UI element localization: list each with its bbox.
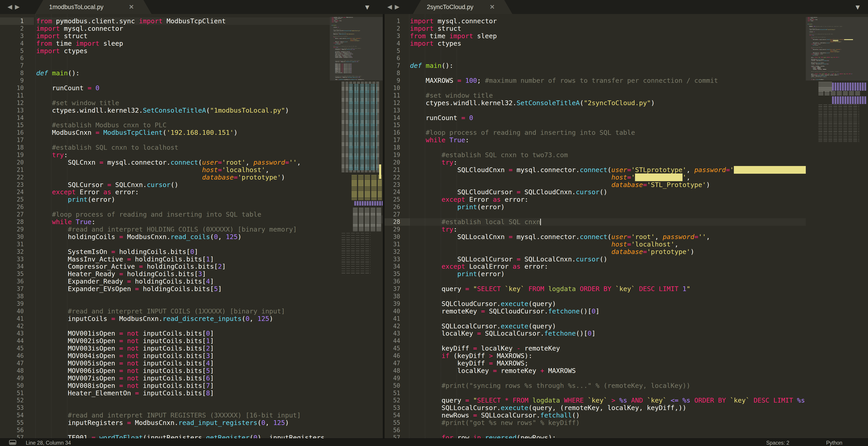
code-line — [410, 55, 806, 62]
line-number: 4 — [384, 40, 410, 47]
code-line: #set window title — [36, 99, 330, 107]
tab-2syncToCloud[interactable]: 2syncToCloud.py ✕ — [413, 0, 513, 14]
line-number: 42 — [384, 322, 410, 330]
status-cursor-position[interactable]: Line 28, Column 34 — [26, 440, 71, 446]
code-line: localKey = remoteKey + MAXROWS — [410, 367, 806, 375]
close-tab-icon[interactable]: ✕ — [129, 3, 134, 11]
line-number: 11 — [384, 92, 410, 99]
code-line: ctypes.windll.kernel32.SetConsoleTitleA(… — [410, 99, 806, 107]
code-line: localKey = SQLLocalCursor.fetchone()[0] — [410, 330, 806, 337]
line-number: 17 — [0, 136, 34, 144]
tab-title: 1modbusToLocal.py — [49, 4, 103, 11]
code-line: except Error as error: — [36, 188, 330, 196]
line-number: 39 — [384, 300, 410, 308]
line-number: 31 — [384, 241, 410, 248]
code-line: try: — [410, 226, 806, 233]
code-line: import mysql.connector — [36, 25, 330, 32]
minimap-overflow — [832, 96, 866, 104]
line-number: 21 — [0, 166, 34, 174]
code-line: SQLCloudCursor = SQLCloudCnxn.cursor() — [410, 188, 806, 196]
minimap-viewport[interactable] — [330, 17, 383, 81]
line-number: 32 — [384, 248, 410, 256]
code-line: SQLLocalCnxn = mysql.connector.connect(u… — [410, 233, 806, 241]
line-number: 20 — [0, 159, 34, 166]
line-number: 17 — [384, 136, 410, 144]
line-number: 21 — [384, 166, 410, 174]
line-number: 44 — [0, 337, 34, 345]
code-line: def main(): — [36, 69, 330, 77]
code-line — [410, 144, 806, 151]
line-number: 29 — [384, 226, 410, 233]
code-line: #establish local SQL cnxn — [410, 218, 806, 226]
status-indentation[interactable]: Spaces: 2 — [766, 440, 789, 446]
minimap-viewport[interactable] — [806, 17, 868, 81]
line-number: 30 — [384, 233, 410, 241]
line-number: 44 — [384, 337, 410, 345]
code-line: except Error as error: — [410, 196, 806, 203]
line-number: 41 — [0, 315, 34, 322]
code-line: SQLLocalCursor.execute(query) — [410, 322, 806, 330]
minimap[interactable]: from pymodbus.client.sync import ModbusT… — [330, 14, 383, 438]
line-number: 34 — [0, 263, 34, 270]
scrollbar-thumb[interactable] — [377, 215, 383, 223]
code-line: host='localhost', — [36, 166, 330, 174]
line-number: 7 — [0, 62, 34, 69]
code-line: Heater_Ready = holdingCoils.bits[3] — [36, 270, 330, 278]
line-number: 7 — [384, 62, 410, 69]
code-line: SQLLocalCursor = SQLLocalCnxn.cursor() — [410, 256, 806, 263]
line-number: 3 — [384, 32, 410, 40]
line-number: 52 — [0, 397, 34, 404]
line-number: 49 — [384, 375, 410, 382]
pane-2[interactable]: 1234567891011121314151617181920212223242… — [384, 14, 868, 438]
line-number: 52 — [384, 397, 410, 404]
code-line: #establish SQL cnxn to two73.com — [410, 151, 806, 159]
code-lines[interactable]: import mysql.connectorimport structfrom … — [410, 14, 806, 438]
close-tab-icon[interactable]: ✕ — [490, 3, 495, 11]
code-line: Heater_ElementOn = inputCoils.bits[8] — [36, 389, 330, 397]
panel-switcher-icon[interactable] — [9, 440, 16, 445]
pane-1[interactable]: 1234567891011121314151617181920212223242… — [0, 14, 383, 438]
code-line: holdingCoils = ModbusCnxn.read_coils(0, … — [36, 233, 330, 241]
line-number: 5 — [384, 47, 410, 55]
code-line — [36, 77, 330, 84]
code-line: Compressor_Active = holdingCoils.bits[2] — [36, 263, 330, 270]
code-line: ModbusCnxn = ModbusTcpClient('192.168.10… — [36, 129, 330, 136]
prev-tab-icon[interactable]: ◀ — [7, 3, 12, 10]
code-line: #read and interpret INPUT COILS (1XXXXX)… — [36, 308, 330, 315]
minimap-overflow — [818, 104, 859, 143]
line-number: 4 — [0, 40, 34, 47]
line-number: 26 — [0, 203, 34, 211]
code-line — [410, 389, 806, 397]
code-line: ctypes.windll.kernel32.SetConsoleTitleA(… — [36, 107, 330, 114]
pane-divider[interactable] — [383, 14, 384, 438]
code-line: MOV008isOpen = not inputCoils.bits[7] — [36, 382, 330, 389]
line-number: 18 — [0, 144, 34, 151]
line-number: 36 — [0, 278, 34, 285]
code-line: SQLCursor = SQLCnxn.cursor() — [36, 181, 330, 189]
line-number: 12 — [0, 99, 34, 107]
code-line — [36, 136, 330, 144]
line-number: 48 — [0, 367, 34, 375]
tab-overflow-icon[interactable]: ▼ — [365, 4, 369, 10]
code-line: from time import sleep — [36, 40, 330, 47]
code-line: runCount = 0 — [410, 114, 806, 122]
code-line: import mysql.connector — [410, 18, 806, 25]
tab-1modbusToLocal[interactable]: 1modbusToLocal.py ✕ — [35, 0, 152, 14]
code-lines[interactable]: from pymodbus.client.sync import ModbusT… — [36, 14, 330, 438]
next-tab-icon[interactable]: ▶ — [15, 3, 20, 10]
prev-tab-icon[interactable]: ◀ — [387, 3, 392, 10]
gutter: 1234567891011121314151617181920212223242… — [0, 14, 34, 438]
code-line: database='prototype') — [36, 174, 330, 181]
code-line: for row in reversed(newRows): — [410, 434, 806, 438]
status-syntax[interactable]: Python — [826, 440, 842, 446]
line-number: 20 — [384, 159, 410, 166]
code-line: print(error) — [410, 270, 806, 278]
code-line: keyDiff = localKey - remoteKey — [410, 345, 806, 352]
minimap-overflow — [351, 175, 382, 200]
tab-overflow-icon[interactable]: ▼ — [856, 4, 860, 10]
next-tab-icon[interactable]: ▶ — [395, 3, 400, 10]
code-line: inputRegisters = ModbusCnxn.read_input_r… — [36, 419, 330, 426]
code-line: print(error) — [410, 203, 806, 211]
line-number: 47 — [0, 360, 34, 367]
minimap[interactable]: import mysql.connectorimport structfrom … — [806, 14, 868, 438]
